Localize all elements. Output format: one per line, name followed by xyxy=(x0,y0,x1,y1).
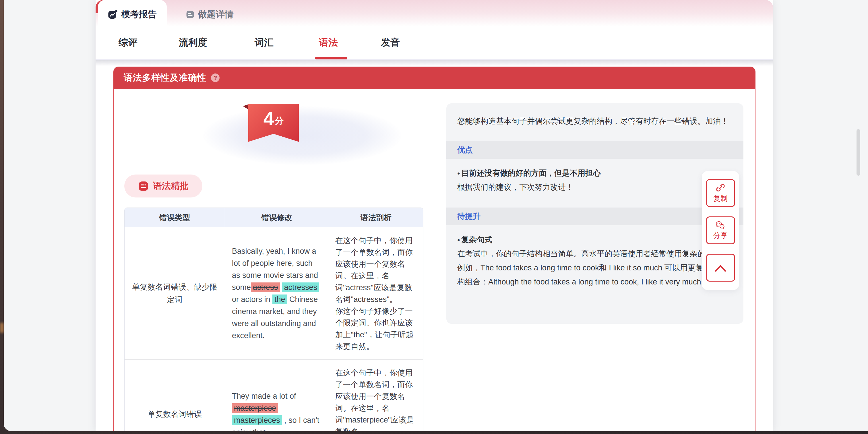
correction-cell: They made a lot of masterpiece masterpie… xyxy=(225,360,329,431)
grammar-section-header: 语法多样性及准确性 ? xyxy=(113,67,755,89)
corrected-word-highlight: masterpieces xyxy=(232,415,282,425)
correction-text: They made a lot of xyxy=(232,392,296,400)
analysis-cell: 在这个句子中，你使用了一个单数名词，而你应该使用一个复数名词。在这里，名词"ac… xyxy=(329,227,423,360)
correction-text: or actors in xyxy=(232,295,272,304)
score-dimension-nav: 综评 流利度 词汇 语法 发音 xyxy=(96,29,773,60)
wechat-icon xyxy=(715,220,726,229)
error-type-cell: 单复数名词错误、缺少限定词 xyxy=(125,227,225,360)
screen: 模考报告 做题详情 综评 流利度 词汇 语法 发音 xyxy=(0,0,868,434)
table-row: 单复数名词错误They made a lot of masterpiece ma… xyxy=(125,360,423,431)
nav-item-fluency[interactable]: 流利度 xyxy=(179,36,207,49)
feedback-panel: 您能够构造基本句子并偶尔尝试更复杂的结构，尽管有时存在一些错误。加油！ 优点 目… xyxy=(446,103,743,324)
scrollbar-thumb[interactable] xyxy=(857,129,860,176)
correction-cell: Basically, yeah, I know a lot of people … xyxy=(225,227,329,360)
grammar-section: 语法多样性及准确性 ? 4 分 语法精批 xyxy=(113,67,755,431)
share-button-label: 分享 xyxy=(713,231,727,240)
feedback-intro: 您能够构造基本句子并偶尔尝试更复杂的结构，尽管有时存在一些错误。加油！ xyxy=(457,114,733,128)
deleted-word-highlight: masterpiece xyxy=(232,403,278,413)
chevron-up-icon xyxy=(713,262,728,274)
link-icon xyxy=(716,183,725,193)
score-unit: 分 xyxy=(275,115,284,127)
error-table-header: 错误类型 错误修改 语法剖析 xyxy=(125,208,423,227)
document-list-icon xyxy=(186,10,195,19)
analysis-cell: 在这个句子中，你使用了一个单数名词，而你应该使用一个复数名词。在这里，名词"ma… xyxy=(329,360,423,431)
column-header-analysis: 语法剖析 xyxy=(329,208,423,227)
back-to-top-button[interactable] xyxy=(706,254,735,282)
column-header-error-type: 错误类型 xyxy=(125,208,225,227)
nav-item-pronunciation[interactable]: 发音 xyxy=(381,36,400,49)
tab-mock-report-label: 模考报告 xyxy=(121,8,157,20)
annotation-icon xyxy=(138,181,149,191)
tab-question-detail-label: 做题详情 xyxy=(198,8,234,20)
active-tab-underline xyxy=(315,57,347,59)
copy-button-label: 复制 xyxy=(713,194,727,203)
nav-item-vocabulary[interactable]: 词汇 xyxy=(255,36,274,49)
browser-window: 模考报告 做题详情 综评 流利度 词汇 语法 发音 xyxy=(4,0,868,431)
column-header-correction: 错误修改 xyxy=(225,208,329,227)
tab-mock-report[interactable]: 模考报告 xyxy=(98,0,167,29)
strength-item: 目前还没有做的好的方面，但是不用担心 根据我们的建议，下次努力改进！ xyxy=(457,166,733,194)
corrected-word-highlight: the xyxy=(272,294,287,304)
nav-item-overall[interactable]: 综评 xyxy=(119,36,137,49)
trend-chart-icon xyxy=(108,10,117,19)
table-body: 单复数名词错误、缺少限定词Basically, yeah, I know a l… xyxy=(125,227,423,431)
strength-item-title: 目前还没有做的好的方面，但是不用担心 xyxy=(457,166,733,180)
desktop-wallpaper-detail xyxy=(0,323,4,333)
copy-button[interactable]: 复制 xyxy=(706,179,735,207)
nav-item-grammar[interactable]: 语法 xyxy=(319,36,338,49)
grammar-section-body: 4 分 语法精批 错误类型 错误修改 xyxy=(113,89,755,431)
improvements-band: 待提升 xyxy=(446,208,743,225)
deleted-word-highlight: actress xyxy=(251,282,280,292)
nav-shadow xyxy=(96,60,773,66)
grammar-refine-label: 语法精批 xyxy=(153,180,189,192)
top-tab-bar: 模考报告 做题详情 xyxy=(96,0,773,29)
corrected-word-highlight: actresses xyxy=(282,282,319,292)
tab-question-detail[interactable]: 做题详情 xyxy=(177,0,243,29)
floating-action-panel: 复制 分享 xyxy=(702,171,739,290)
grammar-refine-badge: 语法精批 xyxy=(124,175,203,197)
improvement-item: 复杂句式 在考试中，你的句子结构相当简单。高水平的英语使用者经常使用复杂的句子。… xyxy=(457,233,733,289)
share-button[interactable]: 分享 xyxy=(706,216,735,244)
section-title: 语法多样性及准确性 xyxy=(124,72,206,84)
report-page: 模考报告 做题详情 综评 流利度 词汇 语法 发音 xyxy=(96,0,773,431)
error-type-cell: 单复数名词错误 xyxy=(125,360,225,431)
error-table: 错误类型 错误修改 语法剖析 单复数名词错误、缺少限定词Basically, y… xyxy=(124,208,423,431)
correction-text xyxy=(280,283,282,291)
strengths-band: 优点 xyxy=(446,141,743,159)
table-row: 单复数名词错误、缺少限定词Basically, yeah, I know a l… xyxy=(125,227,423,360)
improvement-item-title: 复杂句式 xyxy=(457,233,733,247)
score-value: 4 xyxy=(264,107,274,129)
improvement-item-body: 在考试中，你的句子结构相当简单。高水平的英语使用者经常使用复杂的句子。例如，Th… xyxy=(457,247,733,289)
help-icon[interactable]: ? xyxy=(211,73,220,82)
score-backdrop-ellipse xyxy=(203,106,401,165)
strength-item-body: 根据我们的建议，下次努力改进！ xyxy=(457,180,733,194)
